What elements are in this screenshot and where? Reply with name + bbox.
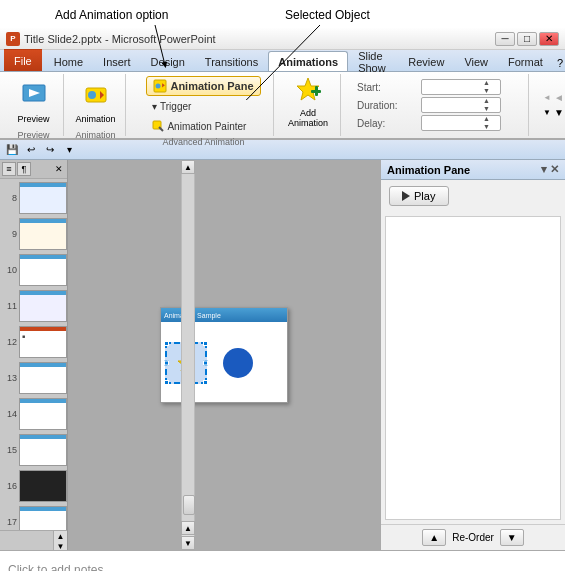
quick-access-toolbar: 💾 ↩ ↪ ▾ [0,140,565,160]
add-animation-button[interactable]: AddAnimation [282,76,334,128]
delay-label: Delay: [357,118,417,129]
ribbon-help-button[interactable]: ? [555,55,565,71]
animation-pane-button[interactable]: Animation Pane [146,76,260,96]
tab-insert[interactable]: Insert [93,51,141,71]
duration-input[interactable] [422,100,482,111]
slide-thumb-17[interactable]: 17 [2,505,65,530]
start-field[interactable]: ▲ ▼ [421,79,501,95]
slide-thumb-14[interactable]: 14 [2,397,65,431]
v-scroll-thumb[interactable] [183,495,195,515]
slide-panel-scroll-buttons: ▲ ▼ [53,531,67,550]
animation-group-label: Animation [75,128,115,140]
slides-tab[interactable]: ≡ [2,162,16,176]
preview-group-content: Preview [10,76,58,128]
anim-pane-close-button[interactable]: ✕ [550,163,559,176]
svg-line-11 [159,127,163,131]
tab-design[interactable]: Design [141,51,195,71]
animation-button[interactable]: Animation [72,76,120,128]
handle-br [203,380,208,385]
prev-slide-button[interactable]: ▲ [181,521,195,535]
svg-rect-14 [315,86,318,96]
move-later-button[interactable]: ▼ ▼ Move Later [539,105,565,120]
slide-title-bar: Animation Sample [161,308,287,322]
v-scroll-up-button[interactable]: ▲ [181,160,195,174]
ribbon-timing-fields: Start: ▲ ▼ Duration: ▲ ▼ Delay: [349,74,529,136]
slide-thumb-11[interactable]: 11 [2,289,65,323]
duration-up-arrow[interactable]: ▲ [482,97,491,105]
qat-redo-button[interactable]: ↪ [42,142,58,158]
play-icon [402,191,410,201]
slide-thumb-15[interactable]: 15 [2,433,65,467]
annotation-selected-object: Selected Object [285,8,370,22]
animation-list [385,216,561,520]
reorder-label: Re-Order [452,532,494,543]
preview-button[interactable]: Preview [10,76,58,128]
tab-transitions[interactable]: Transitions [195,51,268,71]
animation-pane-header: Animation Pane ▾ ✕ [381,160,565,180]
slide-thumb-16[interactable]: 16 [2,469,65,503]
animation-painter-button[interactable]: Animation Painter [146,117,252,135]
blue-circle-object[interactable] [223,348,253,378]
maximize-button[interactable]: □ [517,32,537,46]
tab-view[interactable]: View [454,51,498,71]
slide-thumb-12[interactable]: 12 ■ [2,325,65,359]
ribbon-group-advanced: Animation Pane ▾ Trigger Animation Paint… [134,74,274,136]
delay-input[interactable] [422,118,482,129]
trigger-button[interactable]: ▾ Trigger [146,98,197,115]
slide-image-9 [19,218,67,250]
reorder-down-button[interactable]: ▼ [500,529,524,546]
minimize-button[interactable]: ─ [495,32,515,46]
tab-file[interactable]: File [4,49,42,71]
tab-slideshow[interactable]: Slide Show [348,51,398,71]
slide-nav-buttons: ▲ ▼ [181,521,195,550]
next-slide-button[interactable]: ▼ [181,536,195,550]
window-controls[interactable]: ─ □ ✕ [495,32,559,46]
handle-bl [164,380,169,385]
duration-field[interactable]: ▲ ▼ [421,97,501,113]
outline-tab[interactable]: ¶ [17,162,31,176]
tab-home[interactable]: Home [44,51,93,71]
annotation-add-animation: Add Animation option [55,8,168,22]
slide-image-12: ■ [19,326,67,358]
slide-image-8 [19,182,67,214]
start-input[interactable] [422,82,482,93]
slide-panel-bottom-scroll: ▲ ▼ [0,530,67,550]
slide-panel-toolbar: ≡ ¶ ✕ [0,160,67,179]
delay-row: Delay: ▲ ▼ [357,115,520,131]
duration-arrows: ▲ ▼ [482,97,491,113]
reorder-up-icon: ▲ [429,532,439,543]
move-earlier-button[interactable]: ◄ ◄ Move Earlier [539,90,565,105]
slide-thumb-9[interactable]: 9 [2,217,65,251]
qat-save-button[interactable]: 💾 [4,142,20,158]
slide-image-10 [19,254,67,286]
ribbon-tabs: File Home Insert Design Transitions Anim… [0,50,565,72]
qat-undo-button[interactable]: ↩ [23,142,39,158]
slide-thumb-13[interactable]: 13 [2,361,65,395]
reorder-up-button[interactable]: ▲ [422,529,446,546]
start-down-arrow[interactable]: ▼ [482,87,491,95]
scroll-up-button[interactable]: ▲ [57,532,65,541]
panel-close-button[interactable]: ✕ [53,163,65,175]
advanced-group-label: Advanced Animation [162,135,244,147]
tab-review[interactable]: Review [398,51,454,71]
start-up-arrow[interactable]: ▲ [482,79,491,87]
delay-up-arrow[interactable]: ▲ [482,115,491,123]
qat-dropdown-button[interactable]: ▾ [61,142,77,158]
tab-animations[interactable]: Animations [268,51,348,71]
duration-down-arrow[interactable]: ▼ [482,105,491,113]
preview-label: Preview [17,114,49,124]
reorder-title: Reorder Animation [539,78,565,88]
play-button[interactable]: Play [389,186,449,206]
slide-canvas: Animation Sample [160,307,288,403]
delay-field[interactable]: ▲ ▼ [421,115,501,131]
slide-thumb-8[interactable]: 8 [2,181,65,215]
delay-down-arrow[interactable]: ▼ [482,123,491,131]
title-bar-left: P Title Slide2.pptx - Microsoft PowerPoi… [6,32,216,46]
tab-format[interactable]: Format [498,51,553,71]
animation-pane-title: Animation Pane [387,164,470,176]
slide-thumb-10[interactable]: 10 [2,253,65,287]
close-button[interactable]: ✕ [539,32,559,46]
notes-area[interactable]: Click to add notes [0,550,565,571]
anim-pane-dropdown-button[interactable]: ▾ [541,163,547,176]
scroll-down-button[interactable]: ▼ [57,542,65,551]
